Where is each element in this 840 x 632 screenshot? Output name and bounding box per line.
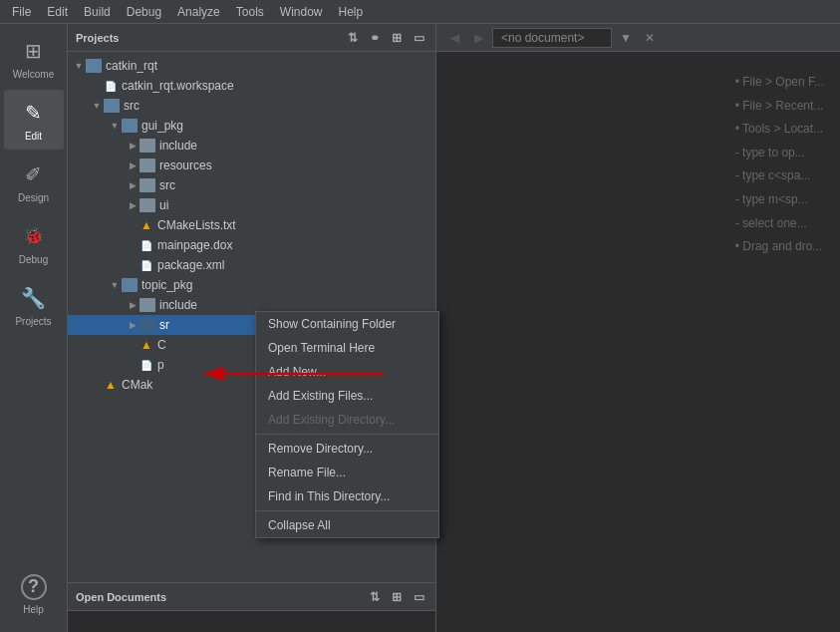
tree-label: catkin_rqt.workspace (122, 79, 234, 93)
hint-line-7: - select one... (735, 213, 824, 235)
tree-item-include[interactable]: ▶ include (68, 136, 435, 156)
arrow-icon: ▼ (72, 61, 86, 71)
context-menu-item-show-folder[interactable]: Show Containing Folder (256, 312, 438, 336)
tree-label: include (159, 298, 197, 312)
context-menu-separator2 (256, 510, 438, 511)
editor-doc-label: <no document> (492, 28, 612, 48)
menu-debug[interactable]: Debug (119, 3, 169, 21)
context-menu-item-open-terminal[interactable]: Open Terminal Here (256, 336, 438, 360)
arrow-icon: ▶ (126, 160, 140, 170)
folder-icon (140, 139, 155, 153)
folder-icon (122, 278, 138, 292)
sidebar-item-edit[interactable]: ✎ Edit (4, 90, 64, 150)
menu-analyze[interactable]: Analyze (169, 3, 228, 21)
context-menu-item-add-existing[interactable]: Add Existing Files... (256, 384, 438, 408)
projects-panel-title: Projects (76, 32, 119, 44)
editor-toolbar: ◀ ▶ <no document> ▼ ✕ (436, 24, 840, 52)
debug-icon: 🐞 (20, 222, 48, 250)
sidebar-item-help[interactable]: ? Help (4, 564, 64, 624)
projects-panel-header: Projects ⇅ ⚭ ⊞ ▭ (68, 24, 435, 52)
tree-item-workspace[interactable]: 📄 catkin_rqt.workspace (68, 76, 435, 96)
context-menu-item-add-new[interactable]: Add New... (256, 360, 438, 384)
menu-tools[interactable]: Tools (228, 3, 272, 21)
bottom-panel-icon1[interactable]: ⇅ (366, 588, 384, 606)
nav-dropdown-icon[interactable]: ▼ (616, 28, 636, 48)
menu-file[interactable]: File (4, 3, 39, 21)
tree-label: ui (159, 198, 168, 212)
editor-hints: • File > Open F... • File > Recent... • … (735, 72, 824, 260)
bottom-panel-content (68, 611, 435, 632)
sidebar-item-debug[interactable]: 🐞 Debug (4, 213, 64, 273)
tree-label: src (159, 178, 175, 192)
tree-item-src-gui[interactable]: ▶ src (68, 175, 435, 195)
tree-item-topic-pkg[interactable]: ▼ topic_pkg (68, 275, 435, 295)
panel-link-icon[interactable]: ⚭ (366, 29, 384, 47)
sidebar-icons: ⊞ Welcome ✎ Edit ✐ Design 🐞 Debug 🔧 Proj… (0, 24, 68, 632)
bottom-panel-icon2[interactable]: ⊞ (388, 588, 406, 606)
welcome-icon: ⊞ (20, 37, 48, 65)
cmake-icon: ▲ (140, 338, 153, 352)
panel-layout-icon[interactable]: ⊞ (388, 29, 406, 47)
bottom-panel-icon3[interactable]: ▭ (410, 588, 427, 606)
tree-item-src-root[interactable]: ▼ src (68, 96, 435, 116)
sidebar-debug-label: Debug (19, 254, 48, 265)
tree-item-catkin-rqt[interactable]: ▼ catkin_rqt (68, 56, 435, 76)
sidebar-help-label: Help (23, 604, 44, 615)
tree-label: sr (159, 318, 169, 332)
tree-item-package[interactable]: 📄 package.xml (68, 255, 435, 275)
file-icon: 📄 (140, 238, 153, 252)
sidebar-item-projects[interactable]: 🔧 Projects (4, 275, 64, 335)
panel-maximize-icon[interactable]: ▭ (410, 29, 427, 47)
tree-item-resources[interactable]: ▶ resources (68, 156, 435, 175)
tree-item-cmake-gui[interactable]: ▲ CMakeLists.txt (68, 215, 435, 235)
panels: Projects ⇅ ⚭ ⊞ ▭ ▼ catkin_rqt (68, 24, 840, 632)
arrow-icon: ▼ (90, 101, 104, 111)
folder-icon (104, 99, 120, 113)
arrow-icon: ▶ (126, 320, 140, 330)
context-menu-item-find[interactable]: Find in This Directory... (256, 484, 438, 508)
folder-icon (140, 158, 155, 172)
sidebar-item-welcome[interactable]: ⊞ Welcome (4, 28, 64, 88)
menu-help[interactable]: Help (331, 3, 372, 21)
sidebar-design-label: Design (18, 192, 49, 203)
file-icon: 📄 (140, 258, 153, 272)
sidebar-item-design[interactable]: ✐ Design (4, 152, 64, 211)
panel-sync-icon[interactable]: ⇅ (344, 29, 362, 47)
folder-icon (86, 59, 102, 73)
main-layout: ⊞ Welcome ✎ Edit ✐ Design 🐞 Debug 🔧 Proj… (0, 24, 840, 632)
menu-window[interactable]: Window (272, 3, 331, 21)
tree-label: src (124, 99, 140, 113)
folder-icon (140, 318, 155, 332)
tree-label: topic_pkg (141, 278, 192, 292)
hint-line-6: - type m<sp... (735, 189, 824, 211)
menubar: File Edit Build Debug Analyze Tools Wind… (0, 0, 840, 24)
design-icon: ✐ (20, 160, 48, 188)
tree-label: catkin_rqt (106, 59, 157, 73)
menu-build[interactable]: Build (76, 3, 119, 21)
nav-back-icon[interactable]: ◀ (444, 28, 464, 48)
menu-edit[interactable]: Edit (39, 3, 76, 21)
hint-line-2: • File > Recent... (735, 96, 824, 118)
help-icon: ? (21, 574, 47, 600)
tree-item-mainpage[interactable]: 📄 mainpage.dox (68, 235, 435, 255)
bottom-panel: Open Documents ⇅ ⊞ ▭ (68, 582, 435, 632)
nav-forward-icon[interactable]: ▶ (468, 28, 488, 48)
arrow-icon: ▶ (126, 200, 140, 210)
projects-panel: Projects ⇅ ⚭ ⊞ ▭ ▼ catkin_rqt (68, 24, 436, 632)
context-menu-item-collapse[interactable]: Collapse All (256, 513, 438, 537)
tree-item-gui-pkg[interactable]: ▼ gui_pkg (68, 116, 435, 136)
tree-label: resources (159, 158, 212, 172)
edit-icon: ✎ (20, 99, 48, 127)
arrow-icon: ▼ (108, 280, 122, 290)
context-menu: Show Containing Folder Open Terminal Her… (255, 311, 439, 538)
sidebar-projects-label: Projects (15, 316, 51, 327)
tree-item-ui[interactable]: ▶ ui (68, 195, 435, 215)
panel-header-icons: ⇅ ⚭ ⊞ ▭ (344, 29, 427, 47)
context-menu-item-remove[interactable]: Remove Directory... (256, 437, 438, 461)
file-icon: 📄 (140, 358, 153, 372)
editor-area: ◀ ▶ <no document> ▼ ✕ • File > Open F...… (436, 24, 840, 632)
sidebar-edit-label: Edit (25, 131, 42, 142)
tree-label: gui_pkg (141, 119, 183, 133)
close-doc-icon[interactable]: ✕ (640, 28, 660, 48)
context-menu-item-rename[interactable]: Rename File... (256, 461, 438, 484)
